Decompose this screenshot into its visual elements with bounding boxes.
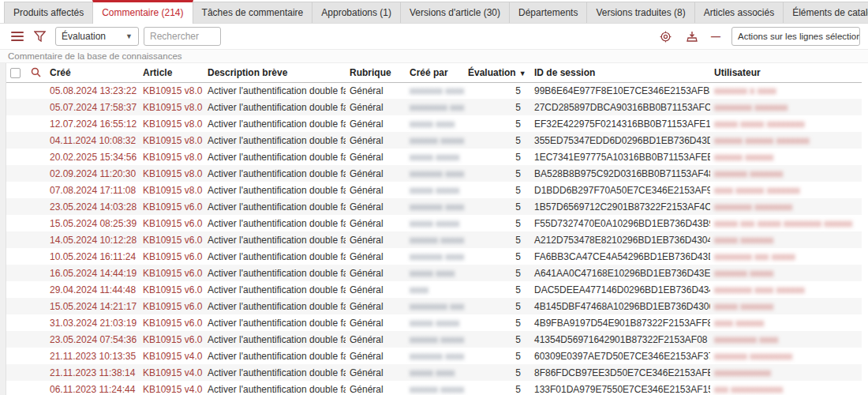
search-field-select[interactable]: Évaluation ▼ — [55, 27, 139, 46]
cell-user_redacted[interactable]: xxxxxxx xxxxxxxxx — [710, 348, 862, 364]
cell-article[interactable]: KB10915 v6.0 — [139, 331, 204, 348]
cell-topic: Général — [346, 281, 406, 298]
tab-taches-de-commentaire[interactable]: Tâches de commentaire — [193, 2, 312, 23]
col-header-article[interactable]: Article — [139, 63, 204, 82]
cell-user_redacted[interactable]: xxxxxxxx xxxxxxx — [710, 99, 862, 115]
cell-created[interactable]: 06.11.2023 11:24:44 — [46, 381, 139, 395]
col-header-rating[interactable]: Évaluation▼ — [464, 63, 530, 82]
cell-created[interactable]: 07.08.2024 17:11:08 — [46, 182, 139, 198]
cell-created[interactable]: 02.09.2024 11:20:30 — [46, 165, 139, 182]
cell-user_redacted[interactable]: xxxx xxxxxx xxxxxxx — [710, 182, 862, 198]
cell-article[interactable]: KB10915 v6.0 — [139, 281, 204, 298]
minus-icon[interactable]: — — [711, 31, 720, 42]
cell-article[interactable]: KB10915 v6.0 — [139, 298, 204, 314]
cell-created[interactable]: 04.11.2024 10:08:32 — [46, 132, 139, 149]
cell-article[interactable]: KB10915 v6.0 — [139, 231, 204, 248]
cell-user_redacted[interactable]: xxxxxxx xxxxx — [710, 265, 862, 281]
tab-articles-associes[interactable]: Articles associés — [694, 2, 783, 23]
cell-article[interactable]: KB10915 v6.0 — [139, 314, 204, 331]
cell-article[interactable]: KB10915 v8.0 — [139, 115, 204, 132]
cell-article[interactable]: KB10915 v8.0 — [139, 132, 204, 149]
tab-approbations[interactable]: Approbations (1) — [312, 2, 400, 23]
sort-desc-icon: ▼ — [519, 70, 526, 77]
cell-created[interactable]: 05.07.2024 17:58:37 — [46, 99, 139, 115]
cell-article[interactable]: KB10915 v4.0 — [139, 348, 204, 364]
cell-user_redacted[interactable]: xxxxx xxx xxxxx xxxxxxxx xxxxxx — [710, 215, 862, 231]
cell-empty — [6, 298, 27, 314]
cell-user_redacted[interactable]: xxxxxxxx xxx xxxxx — [710, 248, 862, 265]
cell-user_redacted[interactable]: xxxxxxxx xxxxxxxx — [710, 198, 862, 215]
cell-created[interactable]: 15.05.2024 14:21:17 — [46, 298, 139, 314]
tab-produits-affectes[interactable]: Produits affectés — [4, 2, 92, 23]
col-header-created[interactable]: Créé — [46, 63, 139, 82]
cell-created[interactable]: 29.04.2024 11:44:48 — [46, 281, 139, 298]
cell-article[interactable]: KB10915 v8.0 — [139, 182, 204, 198]
cell-article[interactable]: KB10915 v4.0 — [139, 364, 204, 381]
cell-user_redacted[interactable]: xxxxxxx x xxxx — [710, 82, 862, 99]
cell-article[interactable]: KB10915 v6.0 — [139, 215, 204, 231]
cell-created[interactable]: 21.11.2023 11:38:14 — [46, 364, 139, 381]
cell-user_redacted[interactable]: xxxxxxxx xxxx xxxxxx — [710, 281, 862, 298]
tab-elements-catalogue-lies[interactable]: Éléments de catalogue liés — [783, 2, 868, 23]
actions-select[interactable]: Actions sur les lignes sélectionn ▼ — [731, 27, 860, 46]
cell-article[interactable]: KB10915 v6.0 — [139, 265, 204, 281]
col-header-user[interactable]: Utilisateur — [710, 63, 862, 82]
col-header-short-description[interactable]: Description brève — [204, 63, 346, 82]
cell-article[interactable]: KB10915 v8.0 — [139, 82, 204, 99]
filter-icon[interactable] — [32, 28, 47, 44]
cell-article[interactable]: KB10915 v6.0 — [139, 248, 204, 265]
export-icon[interactable] — [684, 28, 700, 44]
cell-empty — [27, 314, 46, 331]
cell-created_by_redacted: xxxxxxxx xxxxx — [406, 298, 464, 314]
tab-commentaire[interactable]: Commentaire (214) — [92, 0, 193, 24]
col-header-session-id[interactable]: ID de session — [530, 63, 710, 82]
cell-created[interactable]: 23.05.2024 14:03:28 — [46, 198, 139, 215]
cell-user_redacted[interactable]: xxxxx xxxxxxx — [710, 231, 862, 248]
cell-article[interactable]: KB10915 v4.0 — [139, 381, 204, 395]
cell-created[interactable]: 20.02.2025 15:34:56 — [46, 149, 139, 165]
cell-user_redacted[interactable]: xxxxxxxxx xxxx — [710, 331, 862, 348]
cell-user_redacted[interactable]: xxxxxx xxxxxx — [710, 149, 862, 165]
cell-created[interactable]: 15.05.2024 08:25:39 — [46, 215, 139, 231]
search-icon[interactable] — [31, 67, 42, 77]
search-input[interactable] — [144, 27, 221, 46]
tab-versions-traduites[interactable]: Versions traduites (8) — [586, 2, 694, 23]
cell-created[interactable]: 12.07.2024 16:55:12 — [46, 115, 139, 132]
cell-user_redacted[interactable]: xxx xxxxxxxxxxx — [710, 381, 862, 395]
cell-created[interactable]: 16.05.2024 14:44:19 — [46, 265, 139, 281]
select-all-checkbox[interactable] — [10, 68, 21, 78]
tab-versions-article[interactable]: Versions d'article (30) — [400, 2, 509, 23]
cell-user_redacted[interactable]: xxxxxxx xxxxxxx — [710, 165, 862, 182]
cell-created[interactable]: 21.11.2023 10:13:35 — [46, 348, 139, 364]
cell-created[interactable]: 14.05.2024 10:12:28 — [46, 231, 139, 248]
cell-created_by_redacted: xxxxxxx xxxx — [406, 198, 464, 215]
cell-article[interactable]: KB10915 v6.0 — [139, 198, 204, 215]
cell-user_redacted[interactable]: xxxxxx xxxxxx xxxxxxx — [710, 132, 862, 149]
cell-created[interactable]: 31.03.2024 21:03:19 — [46, 314, 139, 331]
comments-table: Créé Article Description brève Rubrique … — [6, 63, 862, 395]
list-title: Commentaire de la base de connaissances — [0, 49, 868, 63]
cell-article[interactable]: KB10915 v8.0 — [139, 99, 204, 115]
cell-created[interactable]: 23.05.2024 07:54:36 — [46, 331, 139, 348]
cell-rating: 5 — [464, 149, 530, 165]
cell-created_by_redacted: xxxxxxxx xxxxx — [406, 99, 464, 115]
cell-created_by_redacted: xxxxx xxxx — [406, 364, 464, 381]
cell-article[interactable]: KB10915 v8.0 — [139, 149, 204, 165]
cell-user_redacted[interactable]: xxxxx xxxxx xxxxxxxx — [710, 115, 862, 132]
cell-article[interactable]: KB10915 v8.0 — [139, 165, 204, 182]
gear-icon[interactable] — [657, 28, 673, 44]
cell-user_redacted[interactable]: xxxxx xxxxxxx — [710, 298, 862, 314]
col-header-topic[interactable]: Rubrique — [346, 63, 406, 82]
cell-empty — [6, 281, 27, 298]
tab-bar: Produits affectésCommentaire (214)Tâches… — [0, 0, 868, 24]
list-menu-icon[interactable] — [11, 32, 24, 41]
cell-user_redacted[interactable]: xxxxxxxxxxxx — [710, 364, 862, 381]
cell-created[interactable]: 05.08.2024 13:23:22 — [46, 82, 139, 99]
cell-rating: 5 — [464, 331, 530, 348]
tab-departements[interactable]: Départements — [509, 2, 586, 23]
cell-created[interactable]: 10.05.2024 16:11:24 — [46, 248, 139, 265]
cell-session_id: 1B57D6569712C2901B87322F2153AF4C — [530, 198, 710, 215]
cell-session_id: F55D7327470E0A10296BD1EB736D43B9 — [530, 215, 710, 231]
cell-user_redacted[interactable]: xxxx xxxxxx — [710, 314, 862, 331]
col-header-created-by[interactable]: Créé par — [406, 63, 464, 82]
